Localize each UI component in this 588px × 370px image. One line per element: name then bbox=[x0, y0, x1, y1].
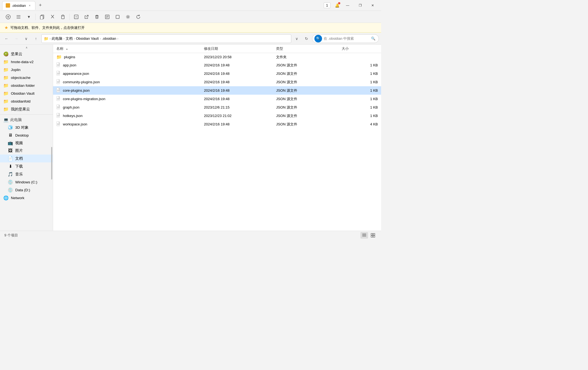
address-dropdown-button[interactable]: ∨ bbox=[292, 34, 301, 43]
sidebar-item-3d[interactable]: 🧊 3D 对象 bbox=[0, 124, 53, 131]
dropdown-button[interactable]: ∨ bbox=[22, 34, 30, 43]
file-date: 2024/2/16 19:48 bbox=[201, 78, 273, 86]
sidebar-item-joplin[interactable]: 📁 Joplin bbox=[0, 66, 53, 74]
obsidianfold-icon: 📁 bbox=[3, 99, 9, 104]
toolbar-divider-1 bbox=[35, 14, 36, 20]
crop-button[interactable] bbox=[113, 12, 122, 22]
tab-label: .obsidian bbox=[12, 4, 26, 8]
svg-rect-7 bbox=[40, 16, 43, 19]
table-row[interactable]: core-plugins-migration.json 2024/2/16 19… bbox=[53, 95, 381, 103]
search-go-icon[interactable]: 🔍 bbox=[371, 36, 375, 41]
svg-rect-59 bbox=[371, 233, 373, 235]
close-button[interactable]: ✕ bbox=[366, 1, 379, 10]
address-refresh-button[interactable]: ↻ bbox=[302, 34, 311, 43]
svg-rect-61 bbox=[371, 236, 373, 237]
table-row[interactable]: community-plugins.json 2024/2/16 19:48 J… bbox=[53, 78, 381, 86]
sidebar-label-desktop: Desktop bbox=[15, 133, 29, 137]
documents-icon: 📄 bbox=[8, 156, 13, 161]
rename-button[interactable] bbox=[71, 12, 81, 22]
sidebar-item-hnote[interactable]: 📁 hnote-data-v2 bbox=[0, 58, 53, 66]
sidebar-item-objectcache[interactable]: 📁 objectcache bbox=[0, 74, 53, 82]
sidebar-item-network[interactable]: 🌐 Network bbox=[0, 194, 53, 202]
sidebar-item-wode-jiguoyun[interactable]: 📁 我的坚果云 bbox=[0, 105, 53, 113]
sidebar-item-music[interactable]: 🎵 音乐 bbox=[0, 170, 53, 178]
file-size: 1 KB bbox=[338, 78, 381, 86]
sidebar-label-downloads: 下载 bbox=[15, 164, 23, 169]
copy-button[interactable] bbox=[37, 12, 47, 22]
forward-button[interactable]: → bbox=[12, 34, 21, 43]
minimize-button[interactable]: — bbox=[341, 1, 354, 10]
file-date: 2023/12/23 21:02 bbox=[201, 112, 273, 120]
cut-button[interactable] bbox=[48, 12, 57, 22]
file-name: plugins bbox=[64, 55, 75, 59]
share-button[interactable] bbox=[82, 12, 91, 22]
tab-counter: 1 bbox=[324, 2, 330, 8]
breadcrumb-bar[interactable]: 📁 › 此电脑 › 文档 › Obsidian Vault › .obsidia… bbox=[41, 34, 291, 43]
file-size: 1 KB bbox=[338, 69, 381, 78]
breadcrumb-this-pc[interactable]: 此电脑 bbox=[52, 36, 62, 41]
sidebar: ∧ 🥝 坚果云 📁 hnote-data-v2 📁 Joplin 📁 objec… bbox=[0, 45, 53, 231]
sidebar-item-obsidianfold[interactable]: 📁 obsidianfold bbox=[0, 97, 53, 105]
sidebar-item-data-d[interactable]: 💿 Data (D:) bbox=[0, 186, 53, 194]
back-button[interactable]: ← bbox=[2, 34, 11, 43]
col-header-name[interactable]: 名称 ▲ bbox=[53, 45, 201, 53]
table-row[interactable]: workspace.json 2024/2/16 19:48 JSON 源文件 … bbox=[53, 120, 381, 128]
sidebar-label-joplin: Joplin bbox=[11, 68, 20, 72]
sidebar-scroll-thumb[interactable] bbox=[51, 147, 52, 180]
sidebar-item-pictures[interactable]: 🖼 图片 bbox=[0, 147, 53, 155]
table-row[interactable]: hotkeys.json 2023/12/23 21:02 JSON 源文件 1… bbox=[53, 112, 381, 120]
refresh-toolbar-button[interactable] bbox=[133, 12, 143, 22]
search-box[interactable]: 🔍 🔍 bbox=[312, 34, 379, 43]
settings-button[interactable] bbox=[123, 12, 133, 22]
wode-jiguoyun-icon: 📁 bbox=[3, 107, 9, 112]
sidebar-scroll-up[interactable]: ∧ bbox=[0, 45, 53, 50]
maximize-button[interactable]: ❐ bbox=[354, 1, 366, 10]
delete-button[interactable] bbox=[92, 12, 102, 22]
table-row[interactable]: app.json 2024/2/16 19:48 JSON 源文件 1 KB bbox=[53, 61, 381, 69]
breadcrumb-obsidian-vault[interactable]: Obsidian Vault bbox=[76, 36, 99, 41]
sidebar-item-documents[interactable]: 📄 文档 bbox=[0, 155, 53, 162]
notification-button[interactable]: 🔔 bbox=[333, 1, 341, 10]
file-icon bbox=[56, 62, 61, 68]
tab-close-button[interactable]: × bbox=[27, 3, 32, 8]
table-row[interactable]: appearance.json 2024/2/16 19:48 JSON 源文件… bbox=[53, 69, 381, 78]
sidebar-item-jiguoyun[interactable]: 🥝 坚果云 bbox=[0, 50, 53, 58]
search-input[interactable] bbox=[324, 36, 369, 41]
new-tab-button[interactable]: + bbox=[36, 2, 44, 9]
table-row[interactable]: 📁 plugins 2023/12/23 20:58 文件夹 bbox=[53, 53, 381, 61]
file-icon bbox=[56, 88, 61, 93]
folder-icon: 📁 bbox=[56, 54, 62, 60]
breadcrumb-documents[interactable]: 文档 bbox=[66, 36, 73, 41]
sidebar-item-video[interactable]: 📺 视频 bbox=[0, 139, 53, 147]
sidebar-item-downloads[interactable]: ⬇ 下载 bbox=[0, 162, 53, 170]
sidebar-label-hnote: hnote-data-v2 bbox=[11, 60, 33, 64]
sidebar-item-obsidian-vault[interactable]: 📁 Obsidian Vault bbox=[0, 90, 53, 97]
sidebar-label-wode-jiguoyun: 我的坚果云 bbox=[11, 107, 30, 112]
table-row[interactable]: graph.json 2023/12/6 21:15 JSON 源文件 1 KB bbox=[53, 103, 381, 112]
paste-button[interactable] bbox=[58, 12, 68, 22]
view-dropdown-button[interactable]: ▾ bbox=[24, 12, 34, 22]
view-options-button[interactable] bbox=[14, 12, 23, 22]
sidebar-item-desktop[interactable]: 🖥 Desktop bbox=[0, 131, 53, 139]
breadcrumb-obsidian[interactable]: .obsidian bbox=[102, 36, 116, 41]
sidebar-label-obsidian-vault: Obsidian Vault bbox=[11, 91, 35, 95]
current-tab[interactable]: .obsidian × bbox=[2, 1, 35, 10]
col-header-date[interactable]: 修改日期 bbox=[201, 45, 273, 53]
sidebar-this-pc-header[interactable]: 💻 此电脑 bbox=[0, 116, 53, 124]
col-header-size[interactable]: 大小 bbox=[338, 45, 381, 53]
col-header-type[interactable]: 类型 bbox=[273, 45, 338, 53]
new-item-button[interactable] bbox=[3, 12, 13, 22]
file-name: community-plugins.json bbox=[63, 80, 100, 84]
file-name: core-plugins.json bbox=[63, 88, 90, 92]
file-date: 2023/12/23 20:58 bbox=[201, 53, 273, 61]
sort-arrow-name: ▲ bbox=[66, 47, 68, 50]
detail-view-button[interactable] bbox=[360, 232, 368, 239]
properties-button[interactable] bbox=[102, 12, 112, 22]
tab-folder-icon bbox=[6, 3, 10, 8]
grid-view-button[interactable] bbox=[369, 232, 377, 239]
jiguoyun-icon: 🥝 bbox=[3, 51, 9, 57]
table-row[interactable]: core-plugins.json 2024/2/16 19:48 JSON 源… bbox=[53, 86, 381, 95]
up-button[interactable]: ↑ bbox=[32, 34, 40, 43]
sidebar-item-windows-c[interactable]: 💿 Windows (C:) bbox=[0, 178, 53, 186]
sidebar-item-obsidian-folder[interactable]: 📁 obsidian folder bbox=[0, 82, 53, 90]
